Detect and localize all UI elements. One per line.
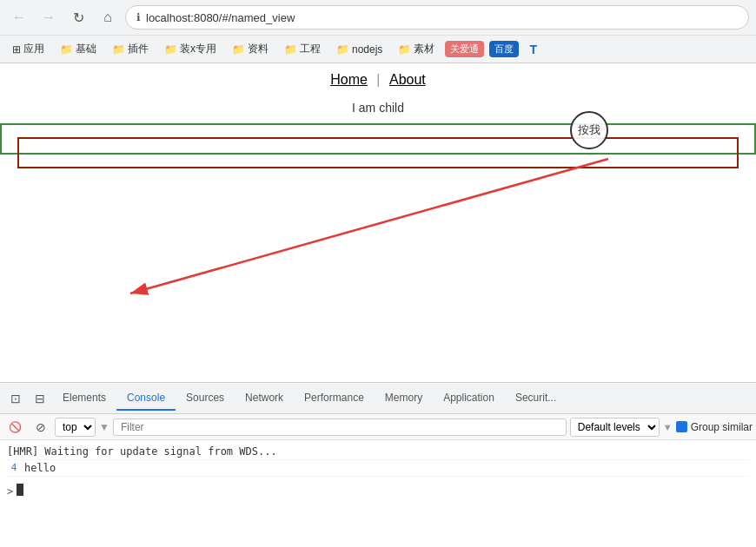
tab-security[interactable]: Securit... [505, 386, 567, 411]
bookmark-sucai[interactable]: 📁 素材 [393, 40, 440, 58]
filter-input[interactable] [113, 418, 567, 436]
bookmark-plugins[interactable]: 📁 插件 [107, 40, 154, 58]
bookmark-gongcheng[interactable]: 📁 工程 [279, 40, 326, 58]
drawer-icon[interactable]: ⊟ [28, 386, 52, 411]
tab-console[interactable]: Console [116, 386, 176, 411]
info-icon: ℹ [136, 11, 141, 23]
bookmark-label: 装x专用 [180, 42, 216, 56]
folder-icon: 📁 [284, 43, 297, 56]
bookmark-nodejs[interactable]: 📁 nodejs [331, 42, 388, 57]
bookmarks-bar: ⊞ 应用 📁 基础 📁 插件 📁 装x专用 📁 资料 📁 工程 📁 nodejs [0, 35, 756, 63]
tab-memory[interactable]: Memory [375, 386, 433, 411]
bookmark-label: 插件 [128, 42, 149, 56]
group-similar-option: Group similar [676, 421, 753, 433]
bookmark-label: 素材 [414, 42, 434, 56]
group-similar-checkbox[interactable] [676, 421, 687, 432]
page-subtitle: I am child [352, 101, 404, 115]
bookmark-extra[interactable]: T [524, 41, 542, 58]
bookmark-label: 应用 [23, 42, 44, 56]
bookmark-label: 基础 [76, 42, 96, 56]
extra-icon: T [529, 43, 537, 56]
folder-icon: 📁 [60, 43, 73, 56]
bookmark-label: 资料 [248, 42, 269, 56]
forward-button[interactable]: → [36, 5, 61, 30]
bookmark-label: 工程 [300, 42, 321, 56]
bookmark-basic[interactable]: 📁 基础 [55, 40, 102, 58]
devtools-console: [HMR] Waiting for update signal from WDS… [0, 440, 756, 547]
about-link[interactable]: About [389, 72, 426, 87]
console-number: 4 [7, 462, 21, 473]
cursor-icon[interactable]: ⊡ [3, 386, 28, 411]
home-link[interactable]: Home [330, 72, 368, 87]
levels-arrow: ▼ [663, 422, 673, 432]
bookmark-guaitong[interactable]: 关爱通 [445, 41, 484, 57]
button-wrapper: 按我 [570, 111, 608, 149]
console-hello-text: hello [24, 462, 56, 474]
tab-application[interactable]: Application [433, 386, 505, 411]
address-text: localhost:8080/#/named_view [146, 11, 295, 24]
tab-sources[interactable]: Sources [176, 386, 235, 411]
folder-icon: 📁 [398, 43, 411, 56]
tab-performance[interactable]: Performance [294, 386, 375, 411]
clear-console-button[interactable]: 🚫 [3, 419, 27, 435]
folder-icon: 📁 [164, 43, 177, 56]
devtools-toolbar: 🚫 ⊘ top ▼ Default levels ▼ Group similar [0, 414, 756, 440]
tab-elements[interactable]: Elements [52, 386, 116, 411]
devtools-tabs: ⊡ ⊟ Elements Console Sources Network Per… [0, 383, 756, 414]
bookmark-apps[interactable]: ⊞ 应用 [7, 40, 50, 58]
press-me-button[interactable]: 按我 [570, 111, 608, 149]
bookmark-ziliao[interactable]: 📁 资料 [227, 40, 274, 58]
console-prompt: > [7, 485, 13, 498]
devtools-panel: ⊡ ⊟ Elements Console Sources Network Per… [0, 382, 756, 547]
colored-boxes [0, 123, 756, 168]
apps-icon: ⊞ [12, 43, 21, 56]
bookmark-baidu[interactable]: 百度 [489, 41, 519, 57]
page-content: Home | About I am child 按我 [0, 63, 756, 237]
group-similar-label: Group similar [691, 421, 753, 433]
back-button[interactable]: ← [7, 5, 31, 30]
console-prompt-line: > [7, 482, 749, 498]
address-bar[interactable]: ℹ localhost:8080/#/named_view [125, 5, 749, 30]
tab-network[interactable]: Network [235, 386, 294, 411]
page-navigation: Home | About [327, 72, 429, 88]
console-hmr-text: [HMR] Waiting for update signal from WDS… [7, 445, 277, 458]
reload-button[interactable]: ↻ [66, 5, 90, 30]
toggle-drawer-button[interactable]: ⊘ [30, 418, 51, 436]
bookmark-label: nodejs [352, 43, 382, 56]
nav-bar: ← → ↻ ⌂ ℹ localhost:8080/#/named_view [0, 0, 756, 35]
console-line-hello: 4 hello [7, 460, 749, 477]
folder-icon: 📁 [112, 43, 125, 56]
console-line-hmr: [HMR] Waiting for update signal from WDS… [7, 444, 749, 460]
folder-icon: 📁 [232, 43, 245, 56]
home-button[interactable]: ⌂ [96, 5, 120, 30]
folder-icon: 📁 [336, 43, 349, 56]
console-cursor [17, 484, 23, 496]
nav-separator: | [376, 72, 380, 87]
dark-red-border-box [17, 137, 739, 168]
bookmark-zhuangx[interactable]: 📁 装x专用 [159, 40, 222, 58]
select-arrow: ▼ [99, 421, 109, 433]
context-select[interactable]: top [55, 418, 96, 437]
levels-select[interactable]: Default levels [570, 418, 660, 437]
